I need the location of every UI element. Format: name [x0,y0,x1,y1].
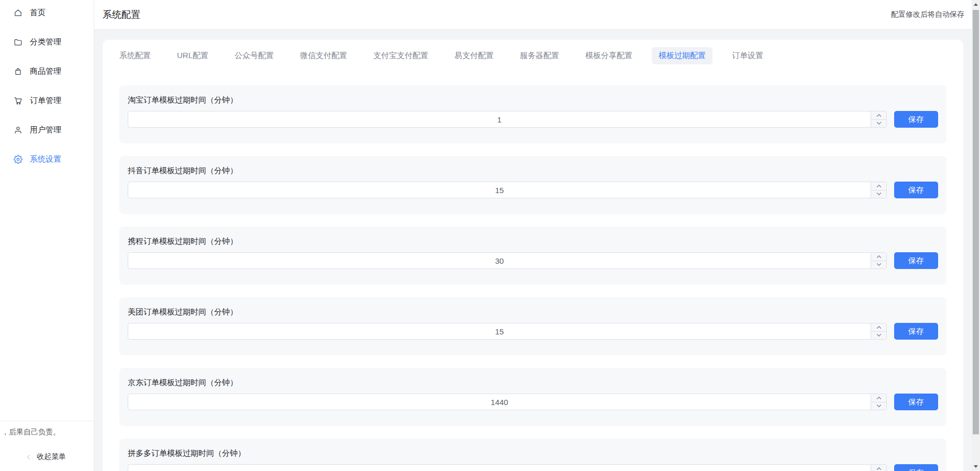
page-title: 系统配置 [103,8,140,21]
page-scrollbar[interactable] [972,0,980,471]
spinner-down-button[interactable] [871,332,886,340]
save-button[interactable]: 保存 [894,111,938,128]
sidebar-item-label: 订单管理 [30,96,61,106]
chevron-up-icon [876,467,882,470]
cart-icon [14,96,23,105]
spinner-down-button[interactable] [871,402,886,410]
sidebar-item-label: 分类管理 [30,37,61,47]
chevron-down-icon [876,333,882,337]
chevron-up-icon [876,114,882,117]
user-icon [14,126,23,134]
chevron-down-icon [876,404,882,408]
field-row: 保存 [128,394,938,410]
scrollbar-up-button[interactable] [972,0,980,9]
expire-minutes-input[interactable] [128,323,886,339]
field-row: 保存 [128,182,938,198]
spinner-down-button[interactable] [871,120,886,128]
number-spinner [871,394,886,410]
sidebar-item-2[interactable]: 商品管理 [0,60,94,83]
number-spinner [871,111,886,127]
sidebar-item-label: 系统设置 [30,154,61,164]
main-area: 系统配置 配置修改后将自动保存 系统配置URL配置公众号配置微信支付配置支付宝支… [94,0,972,471]
sidebar-item-label: 商品管理 [30,66,61,76]
spinner-up-button[interactable] [871,323,886,332]
config-section-0: 淘宝订单模板过期时间（分钟）保存 [119,85,946,143]
spinner-up-button[interactable] [871,182,886,190]
config-card: 系统配置URL配置公众号配置微信支付配置支付宝支付配置易支付配置服务器配置模板分… [103,40,963,471]
number-input-wrap [128,111,887,128]
sidebar-spacer [0,177,94,421]
config-section-2: 携程订单模板过期时间（分钟）保存 [119,227,946,285]
config-sections: 淘宝订单模板过期时间（分钟）保存抖音订单模板过期时间（分钟）保存携程订单模板过期… [119,85,946,471]
spinner-down-button[interactable] [871,190,886,198]
save-button[interactable]: 保存 [894,182,938,198]
expire-minutes-input[interactable] [128,394,886,410]
home-icon [14,8,23,17]
number-input-wrap [128,394,887,410]
top-header: 系统配置 配置修改后将自动保存 [94,0,972,30]
expire-minutes-input[interactable] [128,182,886,198]
tab-9[interactable]: 订单设置 [725,47,770,64]
sidebar-item-1[interactable]: 分类管理 [0,30,94,53]
sidebar-footer: ，后果自己负责。 收起菜单 [0,421,94,471]
field-row: 保存 [128,252,938,269]
expire-minutes-input[interactable] [128,111,886,127]
sidebar-item-3[interactable]: 订单管理 [0,89,94,112]
tab-7[interactable]: 模板分享配置 [578,47,639,64]
save-button[interactable]: 保存 [894,323,938,340]
tab-0[interactable]: 系统配置 [113,47,158,64]
spinner-up-button[interactable] [871,394,886,402]
tab-5[interactable]: 易支付配置 [448,47,500,64]
save-button[interactable]: 保存 [894,394,938,410]
bag-icon [14,67,23,76]
spinner-up-button[interactable] [871,253,886,261]
chevron-left-icon [25,454,32,461]
sidebar-item-0[interactable]: 首页 [0,1,94,24]
config-section-4: 京东订单模板过期时间（分钟）保存 [119,368,946,426]
save-button[interactable]: 保存 [894,464,938,471]
chevron-down-icon [876,121,882,125]
auto-save-note: 配置修改后将自动保存 [891,10,964,19]
sidebar-nav: 首页分类管理商品管理订单管理用户管理系统设置 [0,0,94,177]
scroll-down-icon [974,465,978,468]
tab-8[interactable]: 模板过期配置 [652,47,712,64]
content-area: 系统配置URL配置公众号配置微信支付配置支付宝支付配置易支付配置服务器配置模板分… [94,30,972,471]
number-spinner [871,465,886,471]
tab-1[interactable]: URL配置 [170,47,215,64]
field-row: 保存 [128,111,938,128]
sidebar-item-4[interactable]: 用户管理 [0,118,94,141]
save-button[interactable]: 保存 [894,252,938,269]
tab-3[interactable]: 微信支付配置 [293,47,354,64]
folder-icon [14,38,23,47]
number-spinner [871,323,886,339]
config-section-5: 拼多多订单模板过期时间（分钟）保存 [119,439,946,471]
sidebar: 首页分类管理商品管理订单管理用户管理系统设置 ，后果自己负责。 收起菜单 [0,0,94,471]
expire-minutes-input[interactable] [128,253,886,268]
chevron-up-icon [876,255,882,259]
sidebar-item-label: 首页 [30,8,46,18]
number-input-wrap [128,464,887,471]
number-input-wrap [128,323,887,340]
scrollbar-thumb[interactable] [973,10,979,434]
spinner-up-button[interactable] [871,465,886,471]
sidebar-item-label: 用户管理 [30,125,61,135]
expire-minutes-input[interactable] [128,465,886,471]
chevron-up-icon [876,396,882,400]
number-input-wrap [128,182,887,198]
collapse-menu-button[interactable]: 收起菜单 [2,452,90,462]
scrollbar-down-button[interactable] [972,462,980,471]
section-label: 拼多多订单模板过期时间（分钟） [128,449,938,457]
spinner-up-button[interactable] [871,111,886,120]
tab-2[interactable]: 公众号配置 [228,47,281,64]
section-label: 淘宝订单模板过期时间（分钟） [128,96,938,104]
chevron-up-icon [876,326,882,329]
spinner-down-button[interactable] [871,261,886,269]
config-section-1: 抖音订单模板过期时间（分钟）保存 [119,156,946,214]
config-tabs: 系统配置URL配置公众号配置微信支付配置支付宝支付配置易支付配置服务器配置模板分… [113,47,946,64]
section-label: 美团订单模板过期时间（分钟） [128,308,938,316]
sidebar-item-5[interactable]: 系统设置 [0,148,94,171]
tab-4[interactable]: 支付宝支付配置 [366,47,435,64]
tab-6[interactable]: 服务器配置 [513,47,566,64]
section-label: 京东订单模板过期时间（分钟） [128,378,938,386]
chevron-down-icon [876,192,882,196]
